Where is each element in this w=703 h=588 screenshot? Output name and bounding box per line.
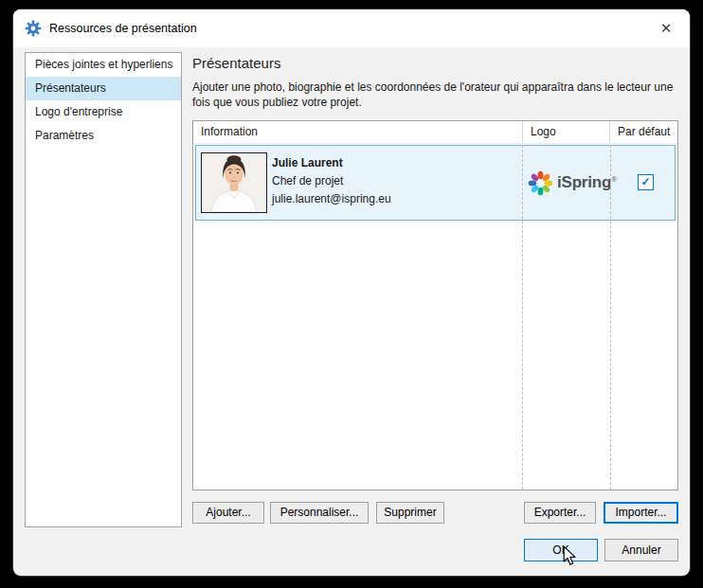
import-button[interactable]: Importer... xyxy=(604,502,678,524)
ok-button[interactable]: OK xyxy=(524,539,598,561)
ispring-logo-text: iSpring xyxy=(557,173,611,192)
close-button[interactable]: ✕ xyxy=(648,13,684,44)
presenter-email: julie.laurent@ispring.eu xyxy=(272,190,391,208)
delete-button[interactable]: Supprimer xyxy=(376,502,444,524)
window-title: Ressources de présentation xyxy=(49,9,197,47)
presenter-photo-image xyxy=(202,153,266,212)
presenter-row[interactable]: Julie Laurent Chef de projet julie.laure… xyxy=(195,145,676,221)
company-logo: iSpring® xyxy=(527,168,617,198)
table-body: Julie Laurent Chef de projet julie.laure… xyxy=(193,143,677,490)
column-separator xyxy=(522,145,523,490)
registered-mark: ® xyxy=(611,175,617,184)
presenter-photo xyxy=(201,152,267,213)
dialog-presentation-resources: Ressources de présentation ✕ Pièces join… xyxy=(13,9,690,576)
column-header-default: Par défaut xyxy=(610,121,677,143)
add-button[interactable]: Ajouter... xyxy=(192,502,264,524)
sidebar-item-label: Pièces jointes et hyperliens xyxy=(35,58,172,71)
check-icon: ✓ xyxy=(640,175,650,188)
presenter-info: Julie Laurent Chef de projet julie.laure… xyxy=(272,154,391,208)
titlebar[interactable]: Ressources de présentation ✕ xyxy=(13,9,690,47)
default-checkbox[interactable]: ✓ xyxy=(638,174,654,190)
column-header-logo: Logo entreprise xyxy=(523,121,610,143)
column-header-information: Information xyxy=(193,121,523,143)
export-button[interactable]: Exporter... xyxy=(524,502,596,524)
presenters-table: Information Logo entreprise Par défaut xyxy=(192,120,678,490)
page-description: Ajouter une photo, biographie et les coo… xyxy=(192,80,678,110)
cancel-button[interactable]: Annuler xyxy=(604,539,678,561)
column-separator xyxy=(610,145,611,490)
screen-background: Ressources de présentation ✕ Pièces join… xyxy=(0,0,703,588)
sidebar-item-label: Présentateurs xyxy=(35,81,106,95)
sidebar-item-presenters[interactable]: Présentateurs xyxy=(26,77,181,100)
page-title: Présentateurs xyxy=(192,55,280,71)
sidebar-item-settings[interactable]: Paramètres xyxy=(26,124,181,148)
mouse-cursor-icon xyxy=(563,545,577,566)
close-icon: ✕ xyxy=(660,20,673,36)
ispring-flower-icon xyxy=(527,169,554,197)
presenter-name: Julie Laurent xyxy=(272,154,391,172)
table-header: Information Logo entreprise Par défaut xyxy=(193,121,677,144)
sidebar-item-attachments[interactable]: Pièces jointes et hyperliens xyxy=(26,53,181,77)
sidebar-item-label: Logo d'entreprise xyxy=(35,105,122,118)
sidebar-item-label: Paramètres xyxy=(35,129,94,142)
sidebar: Pièces jointes et hyperliens Présentateu… xyxy=(25,52,182,527)
sidebar-item-company-logo[interactable]: Logo d'entreprise xyxy=(26,100,181,124)
gear-icon xyxy=(25,20,42,37)
customize-button[interactable]: Personnaliser... xyxy=(270,502,369,524)
presenter-role: Chef de projet xyxy=(272,172,391,190)
